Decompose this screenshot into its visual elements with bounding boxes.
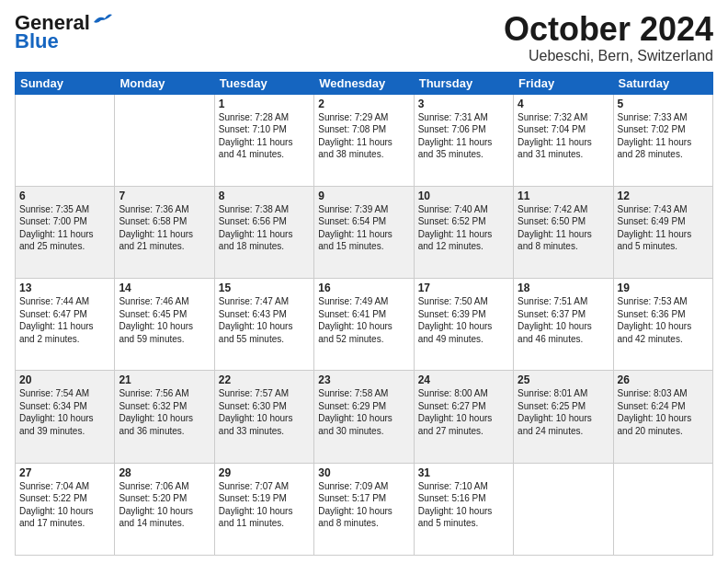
calendar-cell: 15Sunrise: 7:47 AM Sunset: 6:43 PM Dayli… [214, 279, 313, 371]
day-info: Sunrise: 7:29 AM Sunset: 7:08 PM Dayligh… [318, 111, 409, 161]
calendar-cell: 5Sunrise: 7:33 AM Sunset: 7:02 PM Daylig… [613, 94, 712, 186]
calendar-cell: 3Sunrise: 7:31 AM Sunset: 7:06 PM Daylig… [414, 94, 513, 186]
calendar-cell: 7Sunrise: 7:36 AM Sunset: 6:58 PM Daylig… [115, 186, 214, 278]
day-number: 20 [19, 373, 110, 386]
day-info: Sunrise: 7:28 AM Sunset: 7:10 PM Dayligh… [219, 111, 310, 161]
calendar-cell: 23Sunrise: 7:58 AM Sunset: 6:29 PM Dayli… [314, 371, 414, 463]
logo-bird-icon [92, 13, 112, 29]
calendar-cell: 25Sunrise: 8:01 AM Sunset: 6:25 PM Dayli… [514, 371, 613, 463]
calendar-cell: 8Sunrise: 7:38 AM Sunset: 6:56 PM Daylig… [214, 186, 313, 278]
day-number: 24 [418, 373, 509, 386]
day-number: 1 [219, 98, 310, 110]
day-number: 21 [119, 373, 210, 386]
day-info: Sunrise: 7:49 AM Sunset: 6:41 PM Dayligh… [318, 295, 409, 345]
day-number: 6 [19, 190, 110, 202]
day-info: Sunrise: 7:31 AM Sunset: 7:06 PM Dayligh… [418, 111, 509, 161]
day-info: Sunrise: 7:38 AM Sunset: 6:56 PM Dayligh… [219, 203, 310, 253]
day-info: Sunrise: 7:57 AM Sunset: 6:30 PM Dayligh… [219, 387, 310, 437]
day-number: 12 [618, 190, 709, 202]
day-number: 13 [19, 282, 110, 294]
calendar-cell: 16Sunrise: 7:49 AM Sunset: 6:41 PM Dayli… [314, 279, 414, 371]
day-info: Sunrise: 7:06 AM Sunset: 5:20 PM Dayligh… [119, 480, 210, 530]
day-info: Sunrise: 7:46 AM Sunset: 6:45 PM Dayligh… [119, 295, 210, 345]
day-number: 4 [518, 98, 609, 110]
calendar-cell: 20Sunrise: 7:54 AM Sunset: 6:34 PM Dayli… [16, 371, 115, 463]
day-number: 22 [219, 373, 310, 386]
day-info: Sunrise: 8:00 AM Sunset: 6:27 PM Dayligh… [418, 387, 509, 437]
day-number: 15 [219, 282, 310, 294]
day-number: 7 [119, 190, 210, 202]
day-number: 30 [318, 466, 409, 479]
day-number: 25 [518, 373, 609, 386]
day-info: Sunrise: 7:44 AM Sunset: 6:47 PM Dayligh… [19, 295, 110, 345]
day-number: 17 [418, 282, 509, 294]
day-number: 9 [318, 190, 409, 202]
day-number: 3 [418, 98, 509, 110]
calendar-cell: 21Sunrise: 7:56 AM Sunset: 6:32 PM Dayli… [115, 371, 214, 463]
calendar-cell: 12Sunrise: 7:43 AM Sunset: 6:49 PM Dayli… [613, 186, 712, 278]
calendar-cell: 31Sunrise: 7:10 AM Sunset: 5:16 PM Dayli… [414, 463, 513, 555]
day-info: Sunrise: 7:33 AM Sunset: 7:02 PM Dayligh… [618, 111, 709, 161]
day-info: Sunrise: 7:09 AM Sunset: 5:17 PM Dayligh… [318, 480, 409, 530]
day-number: 14 [119, 282, 210, 294]
title-block: October 2024 Uebeschi, Bern, Switzerland [504, 11, 713, 64]
day-info: Sunrise: 7:56 AM Sunset: 6:32 PM Dayligh… [119, 387, 210, 437]
day-info: Sunrise: 7:10 AM Sunset: 5:16 PM Dayligh… [418, 480, 509, 530]
day-number: 18 [518, 282, 609, 294]
day-number: 16 [318, 282, 409, 294]
day-info: Sunrise: 7:40 AM Sunset: 6:52 PM Dayligh… [418, 203, 509, 253]
logo: General Blue [15, 11, 112, 53]
calendar-cell: 1Sunrise: 7:28 AM Sunset: 7:10 PM Daylig… [214, 94, 313, 186]
col-header-sunday: Sunday [16, 72, 115, 94]
day-number: 27 [19, 466, 110, 479]
calendar-cell: 9Sunrise: 7:39 AM Sunset: 6:54 PM Daylig… [314, 186, 414, 278]
day-info: Sunrise: 7:42 AM Sunset: 6:50 PM Dayligh… [518, 203, 609, 253]
calendar-week-1: 6Sunrise: 7:35 AM Sunset: 7:00 PM Daylig… [16, 186, 713, 278]
day-info: Sunrise: 7:04 AM Sunset: 5:22 PM Dayligh… [19, 480, 110, 530]
day-info: Sunrise: 7:07 AM Sunset: 5:19 PM Dayligh… [219, 480, 310, 530]
day-number: 23 [318, 373, 409, 386]
day-info: Sunrise: 7:53 AM Sunset: 6:36 PM Dayligh… [618, 295, 709, 345]
calendar-cell: 11Sunrise: 7:42 AM Sunset: 6:50 PM Dayli… [514, 186, 613, 278]
day-info: Sunrise: 8:01 AM Sunset: 6:25 PM Dayligh… [518, 387, 609, 437]
subtitle: Uebeschi, Bern, Switzerland [504, 48, 713, 64]
day-info: Sunrise: 7:50 AM Sunset: 6:39 PM Dayligh… [418, 295, 509, 345]
calendar-cell [514, 463, 613, 555]
calendar-cell: 28Sunrise: 7:06 AM Sunset: 5:20 PM Dayli… [115, 463, 214, 555]
day-number: 8 [219, 190, 310, 202]
col-header-tuesday: Tuesday [214, 72, 313, 94]
calendar-cell: 29Sunrise: 7:07 AM Sunset: 5:19 PM Dayli… [214, 463, 313, 555]
logo-blue: Blue [15, 29, 59, 53]
col-header-wednesday: Wednesday [314, 72, 414, 94]
calendar-cell [16, 94, 115, 186]
calendar-cell: 2Sunrise: 7:29 AM Sunset: 7:08 PM Daylig… [314, 94, 414, 186]
day-info: Sunrise: 7:36 AM Sunset: 6:58 PM Dayligh… [119, 203, 210, 253]
day-number: 19 [618, 282, 709, 294]
col-header-saturday: Saturday [613, 72, 712, 94]
calendar-cell: 10Sunrise: 7:40 AM Sunset: 6:52 PM Dayli… [414, 186, 513, 278]
calendar-cell: 19Sunrise: 7:53 AM Sunset: 6:36 PM Dayli… [613, 279, 712, 371]
day-number: 29 [219, 466, 310, 479]
calendar-cell: 24Sunrise: 8:00 AM Sunset: 6:27 PM Dayli… [414, 371, 513, 463]
calendar-cell: 6Sunrise: 7:35 AM Sunset: 7:00 PM Daylig… [16, 186, 115, 278]
main-title: October 2024 [504, 11, 713, 48]
calendar-header-row: SundayMondayTuesdayWednesdayThursdayFrid… [16, 72, 713, 94]
day-number: 5 [618, 98, 709, 110]
page: General Blue October 2024 Uebeschi, Bern… [0, 0, 728, 563]
day-info: Sunrise: 7:39 AM Sunset: 6:54 PM Dayligh… [318, 203, 409, 253]
calendar-cell: 26Sunrise: 8:03 AM Sunset: 6:24 PM Dayli… [613, 371, 712, 463]
day-info: Sunrise: 8:03 AM Sunset: 6:24 PM Dayligh… [618, 387, 709, 437]
day-info: Sunrise: 7:43 AM Sunset: 6:49 PM Dayligh… [618, 203, 709, 253]
calendar-cell [613, 463, 712, 555]
day-info: Sunrise: 7:47 AM Sunset: 6:43 PM Dayligh… [219, 295, 310, 345]
calendar-table: SundayMondayTuesdayWednesdayThursdayFrid… [15, 72, 713, 556]
day-number: 10 [418, 190, 509, 202]
col-header-friday: Friday [514, 72, 613, 94]
calendar-cell: 17Sunrise: 7:50 AM Sunset: 6:39 PM Dayli… [414, 279, 513, 371]
day-info: Sunrise: 7:32 AM Sunset: 7:04 PM Dayligh… [518, 111, 609, 161]
calendar-cell: 30Sunrise: 7:09 AM Sunset: 5:17 PM Dayli… [314, 463, 414, 555]
calendar-cell: 27Sunrise: 7:04 AM Sunset: 5:22 PM Dayli… [16, 463, 115, 555]
day-number: 26 [618, 373, 709, 386]
calendar-week-2: 13Sunrise: 7:44 AM Sunset: 6:47 PM Dayli… [16, 279, 713, 371]
calendar-week-4: 27Sunrise: 7:04 AM Sunset: 5:22 PM Dayli… [16, 463, 713, 555]
